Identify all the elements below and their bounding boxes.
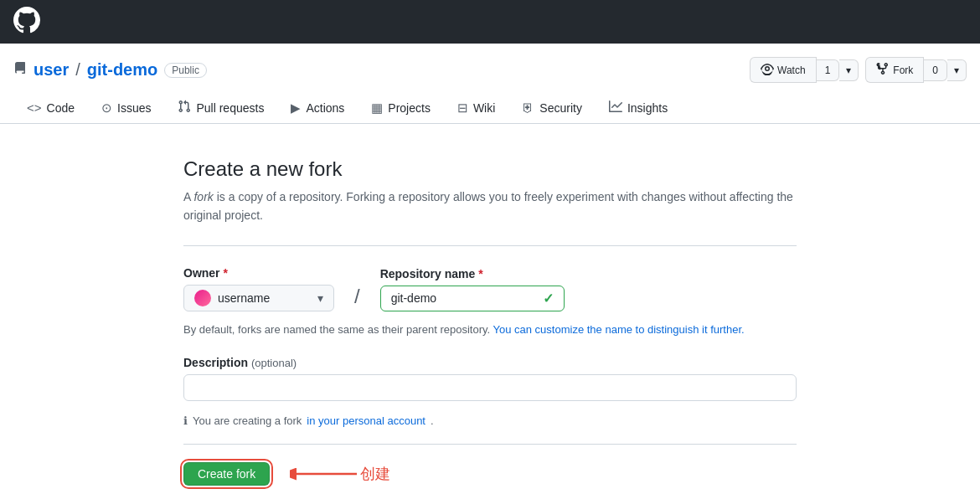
tab-wiki-label: Wiki bbox=[473, 101, 495, 115]
description-form-group: Description (optional) bbox=[183, 356, 797, 401]
divider-bottom bbox=[183, 444, 797, 445]
projects-icon: ▦ bbox=[371, 100, 383, 116]
description-input[interactable] bbox=[183, 374, 797, 401]
wiki-icon: ⊟ bbox=[457, 100, 468, 116]
fork-btn-group: Fork 0 ▾ bbox=[865, 57, 967, 83]
info-row: ℹ You are creating a fork in your person… bbox=[183, 414, 797, 427]
code-icon: <> bbox=[27, 100, 42, 115]
chevron-down-icon: ▾ bbox=[317, 291, 323, 305]
eye-icon bbox=[761, 62, 774, 78]
repo-name-label: Repository name * bbox=[380, 267, 565, 280]
pull-requests-icon bbox=[178, 100, 191, 116]
customize-link[interactable]: You can customize the name to distinguis… bbox=[493, 323, 744, 336]
action-row: Create fork 创建 bbox=[183, 461, 797, 486]
visibility-badge: Public bbox=[164, 63, 207, 78]
description-label: Description (optional) bbox=[183, 356, 797, 369]
arrow-svg bbox=[290, 461, 357, 486]
tab-issues[interactable]: ⊙ Issues bbox=[88, 93, 164, 124]
repo-name-value: git-demo bbox=[391, 291, 536, 305]
personal-account-link[interactable]: in your personal account bbox=[307, 414, 426, 427]
tab-pull-requests[interactable]: Pull requests bbox=[164, 93, 277, 124]
watch-btn-group: Watch 1 ▾ bbox=[750, 57, 859, 83]
repo-title-row: user / git-demo Public Watch 1 ▾ bbox=[13, 57, 967, 83]
annotation-text: 创建 bbox=[360, 464, 390, 484]
watch-count-button[interactable]: 1 bbox=[817, 59, 840, 81]
security-icon: ⛨ bbox=[522, 100, 534, 115]
tab-code-label: Code bbox=[47, 101, 75, 115]
main-content: Create a new fork A fork is a copy of a … bbox=[163, 124, 817, 494]
repo-name-link[interactable]: git-demo bbox=[87, 60, 157, 80]
annotation-area: 创建 bbox=[290, 461, 390, 486]
top-bar bbox=[0, 0, 980, 44]
separator: / bbox=[75, 60, 80, 80]
create-fork-button[interactable]: Create fork bbox=[183, 462, 270, 486]
owner-label: Owner * bbox=[183, 266, 334, 280]
watch-label: Watch bbox=[777, 64, 806, 76]
tab-insights-label: Insights bbox=[627, 101, 668, 115]
tab-issues-label: Issues bbox=[117, 101, 151, 115]
tab-insights[interactable]: Insights bbox=[596, 93, 681, 124]
owner-avatar bbox=[194, 290, 211, 306]
repo-owner-link[interactable]: user bbox=[34, 60, 69, 80]
page-description: A fork is a copy of a repository. Forkin… bbox=[183, 188, 797, 225]
info-text2: . bbox=[431, 414, 434, 427]
repo-name-form-group: Repository name * git-demo ✓ bbox=[380, 267, 565, 311]
issues-icon: ⊙ bbox=[101, 100, 112, 116]
tab-pull-requests-label: Pull requests bbox=[196, 101, 264, 115]
info-text: You are creating a fork bbox=[193, 414, 302, 427]
fork-dropdown-button[interactable]: ▾ bbox=[947, 59, 967, 81]
nav-tabs: <> Code ⊙ Issues Pull requests ▶ Actions… bbox=[13, 93, 967, 123]
watch-button[interactable]: Watch bbox=[750, 57, 817, 83]
divider-top bbox=[183, 245, 797, 246]
owner-name-text: username bbox=[218, 291, 311, 305]
tab-actions[interactable]: ▶ Actions bbox=[277, 93, 358, 124]
helper-text: By default, forks are named the same as … bbox=[183, 322, 797, 339]
github-icon bbox=[13, 7, 40, 38]
repo-actions: Watch 1 ▾ Fork 0 ▾ bbox=[750, 57, 967, 83]
page-title: Create a new fork bbox=[183, 157, 797, 181]
fork-count-button[interactable]: 0 bbox=[924, 59, 947, 81]
tab-security-label: Security bbox=[539, 101, 582, 115]
tab-projects[interactable]: ▦ Projects bbox=[358, 93, 444, 124]
insights-icon bbox=[609, 100, 622, 116]
tab-wiki[interactable]: ⊟ Wiki bbox=[444, 93, 508, 124]
fork-button[interactable]: Fork bbox=[865, 57, 924, 83]
checkmark-icon: ✓ bbox=[543, 291, 554, 306]
tab-code[interactable]: <> Code bbox=[13, 93, 88, 124]
watch-dropdown-button[interactable]: ▾ bbox=[839, 59, 859, 81]
owner-repo-row: Owner * username ▾ / Repository name * g… bbox=[183, 266, 797, 311]
fork-label: Fork bbox=[893, 64, 913, 76]
repo-header: user / git-demo Public Watch 1 ▾ bbox=[0, 44, 980, 124]
slash-separator: / bbox=[348, 286, 367, 311]
fork-term: fork bbox=[193, 190, 213, 203]
tab-projects-label: Projects bbox=[388, 101, 431, 115]
actions-icon: ▶ bbox=[291, 100, 301, 116]
repo-name-field: git-demo ✓ bbox=[380, 286, 565, 311]
owner-form-group: Owner * username ▾ bbox=[183, 266, 334, 311]
repo-icon bbox=[13, 60, 27, 80]
tab-actions-label: Actions bbox=[306, 101, 344, 115]
tab-security[interactable]: ⛨ Security bbox=[508, 93, 596, 124]
repo-title: user / git-demo Public bbox=[13, 60, 207, 80]
info-circle-icon: ℹ bbox=[183, 414, 188, 427]
owner-select[interactable]: username ▾ bbox=[183, 285, 334, 311]
fork-icon bbox=[876, 62, 890, 78]
